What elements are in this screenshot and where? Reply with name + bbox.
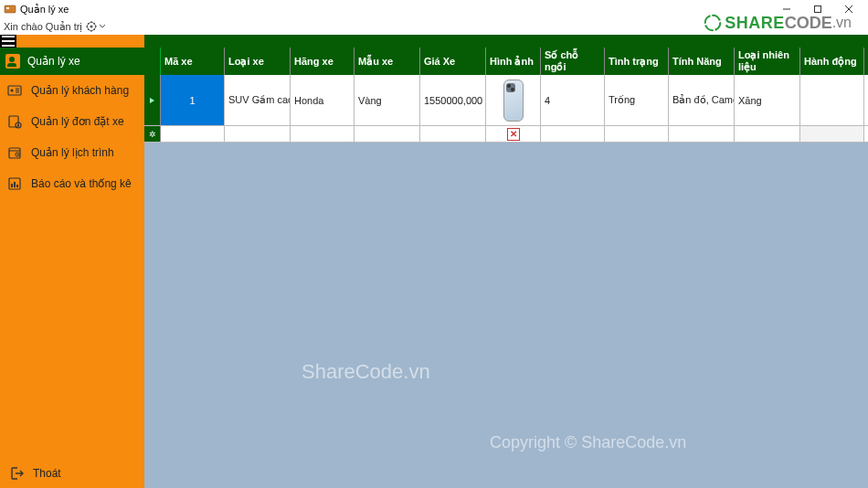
logo-text-1: SHARE: [725, 14, 785, 33]
col-header-gia[interactable]: Giá Xe: [420, 48, 486, 75]
watermark-2: Copyright © ShareCode.vn: [490, 433, 686, 452]
col-header-mau[interactable]: Mẫu xe: [355, 48, 420, 75]
col-header-nang[interactable]: Tính Năng: [669, 48, 735, 75]
data-grid[interactable]: Mã xe Loại xe Hãng xe Mẫu xe Giá Xe Hình…: [144, 48, 868, 143]
sidebar: Quản lý xe Quản lý khách hàng Quản lý đơ…: [0, 35, 144, 488]
new-row-indicator-icon: ✲: [144, 126, 161, 142]
cell-hanh[interactable]: [800, 75, 864, 125]
table-row[interactable]: 1 SUV Gầm cao Honda Vàng 1550000,000 4 T…: [144, 75, 868, 126]
col-header-hinh[interactable]: Hình ảnh: [486, 48, 541, 75]
phone-image: [500, 78, 527, 123]
grid-header-row: Mã xe Loại xe Hãng xe Mẫu xe Giá Xe Hình…: [144, 48, 868, 75]
brand-logo: SHARECODE.vn: [703, 13, 852, 33]
cell-tinh[interactable]: Trống: [605, 75, 669, 125]
svg-rect-3: [815, 6, 821, 13]
hamburger-menu-icon[interactable]: [0, 35, 16, 48]
sidebar-item-reports[interactable]: Báo cáo và thống kê: [0, 168, 144, 199]
watermark-1: ShareCode.vn: [302, 360, 430, 384]
logo-text-2: CODE: [785, 14, 832, 33]
cell-cho[interactable]: 4: [541, 75, 605, 125]
sidebar-item-label: Quản lý lịch trình: [31, 146, 114, 159]
svg-rect-23: [11, 184, 13, 187]
app-icon: [4, 3, 16, 16]
sidebar-item-vehicles[interactable]: Quản lý xe: [0, 48, 144, 75]
cell-hinh[interactable]: [486, 75, 541, 125]
svg-rect-25: [16, 185, 18, 187]
sidebar-item-orders[interactable]: Quản lý đơn đặt xe: [0, 106, 144, 137]
col-header-cho[interactable]: Số chỗ ngồi: [541, 48, 605, 75]
sidebar-item-label: Quản lý đơn đặt xe: [31, 115, 124, 128]
col-header-hang[interactable]: Hãng xe: [291, 48, 355, 75]
sidebar-item-label: Báo cáo và thống kê: [31, 177, 132, 190]
content-area: Mã xe Loại xe Hãng xe Mẫu xe Giá Xe Hình…: [144, 35, 868, 488]
cell-hang[interactable]: Honda: [291, 75, 355, 125]
svg-rect-1: [6, 7, 9, 9]
gear-icon[interactable]: [86, 21, 97, 32]
row-indicator-icon: [144, 75, 161, 125]
dropdown-caret-icon[interactable]: [99, 21, 106, 32]
svg-point-7: [90, 26, 93, 28]
sidebar-exit-label: Thoát: [33, 467, 61, 480]
exit-icon: [9, 466, 24, 481]
svg-rect-24: [14, 182, 16, 187]
col-header-tinh[interactable]: Tình trạng: [605, 48, 669, 75]
sidebar-header-label: Quản lý xe: [27, 55, 80, 68]
sidebar-item-customers[interactable]: Quản lý khách hàng: [0, 75, 144, 106]
cell-mau[interactable]: Vàng: [355, 75, 420, 125]
col-header-loai[interactable]: Loại xe: [225, 48, 291, 75]
greeting-text: Xin chào Quản trị: [4, 21, 82, 33]
cell-nang[interactable]: Bản đồ, Came...: [669, 75, 735, 125]
col-header-nhien[interactable]: Loại nhiên liệu: [735, 48, 800, 75]
col-header-ma[interactable]: Mã xe: [161, 48, 225, 75]
table-new-row[interactable]: ✲ ✕: [144, 126, 868, 143]
cell-gia[interactable]: 1550000,000: [420, 75, 486, 125]
chart-icon: [7, 176, 22, 191]
col-header-hanh[interactable]: Hành động: [800, 48, 864, 75]
sidebar-item-label: Quản lý khách hàng: [31, 84, 129, 97]
sidebar-item-schedule[interactable]: Quản lý lịch trình: [0, 137, 144, 168]
svg-point-13: [10, 89, 13, 91]
cell-nhien[interactable]: Xăng: [735, 75, 800, 125]
sidebar-exit[interactable]: Thoát: [0, 459, 144, 488]
broken-image-icon: ✕: [507, 128, 520, 141]
window-title: Quản lý xe: [20, 4, 69, 16]
svg-rect-17: [9, 116, 18, 127]
calendar-icon: [7, 145, 22, 160]
id-card-icon: [7, 83, 22, 98]
svg-rect-0: [5, 5, 16, 13]
cell-ma[interactable]: 1: [161, 75, 225, 125]
logo-text-3: .vn: [832, 15, 852, 31]
person-icon: [5, 54, 20, 69]
order-icon: [7, 114, 22, 129]
cell-loai[interactable]: SUV Gầm cao: [225, 75, 291, 125]
logo-spin-icon: [703, 13, 723, 33]
